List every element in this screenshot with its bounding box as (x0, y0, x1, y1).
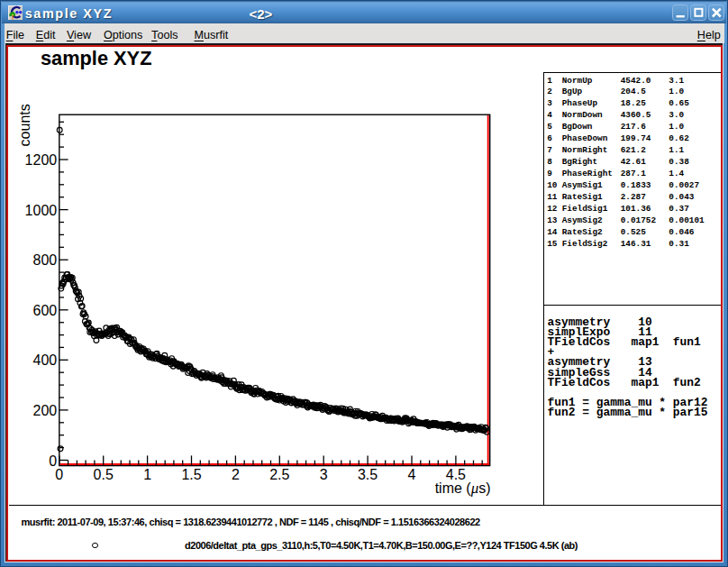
svg-text:0: 0 (55, 467, 63, 482)
svg-text:4.5: 4.5 (446, 467, 466, 482)
svg-text:4: 4 (408, 467, 416, 482)
svg-text:0: 0 (49, 453, 57, 469)
svg-text:800: 800 (32, 252, 57, 268)
svg-text:1: 1 (143, 467, 151, 482)
svg-text:1.5: 1.5 (181, 467, 201, 482)
svg-text:time (μs): time (μs) (435, 480, 491, 497)
svg-text:2: 2 (232, 467, 240, 482)
svg-text:600: 600 (32, 303, 57, 318)
svg-text:counts: counts (17, 104, 32, 146)
svg-text:3.5: 3.5 (358, 467, 378, 482)
svg-text:0.5: 0.5 (94, 467, 114, 482)
svg-text:400: 400 (32, 352, 57, 368)
svg-text:3: 3 (320, 467, 328, 482)
svg-text:1000: 1000 (25, 203, 58, 218)
svg-text:1200: 1200 (25, 152, 58, 168)
svg-text:200: 200 (32, 403, 57, 418)
svg-text:2.5: 2.5 (269, 467, 289, 482)
